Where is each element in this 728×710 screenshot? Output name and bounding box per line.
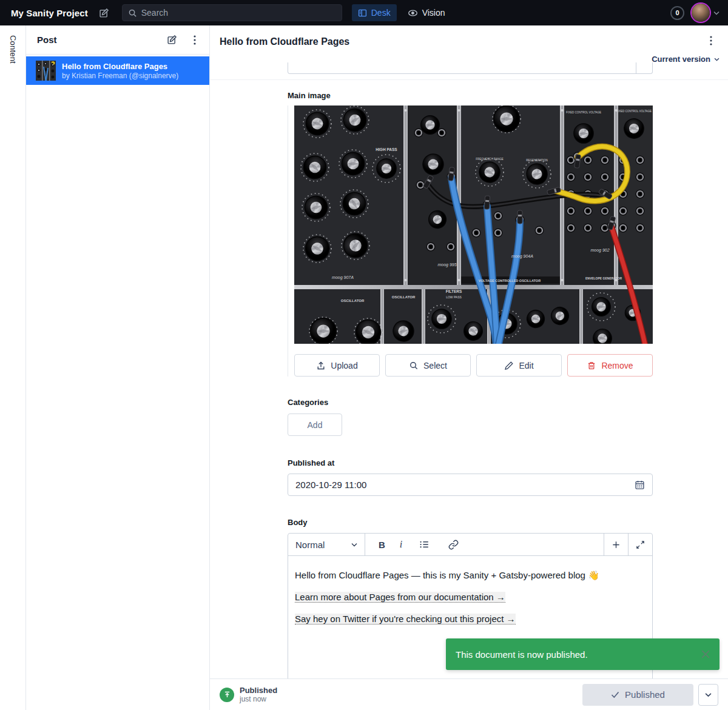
avatar-chevron-down-icon[interactable] xyxy=(713,11,720,15)
compose-icon[interactable] xyxy=(96,5,112,21)
text-style-select[interactable]: Normal xyxy=(288,534,365,555)
toast-close-icon[interactable] xyxy=(701,650,710,658)
categories-label: Categories xyxy=(288,398,653,407)
form-scroll-area[interactable]: Main image xyxy=(210,62,728,678)
photo-label-vco: VOLTAGE CONTROLLED OSCILLATOR xyxy=(479,279,541,283)
add-category-button[interactable]: Add xyxy=(288,414,342,436)
photo-label-fixed-cv-2: FIXED CONTROL VOLTAGE xyxy=(616,110,652,113)
select-search-icon xyxy=(409,361,419,370)
published-at-value[interactable] xyxy=(295,480,635,490)
photo-label-907a: moog 907A xyxy=(332,275,354,280)
chevron-down-icon xyxy=(714,58,720,61)
header-divider xyxy=(210,79,728,80)
body-label: Body xyxy=(288,518,653,527)
edit-pencil-icon xyxy=(504,361,514,370)
tab-desk-label: Desk xyxy=(371,8,391,18)
bold-button[interactable]: B xyxy=(379,540,385,550)
document-header: Hello from Cloudflare Pages xyxy=(210,25,728,62)
italic-button[interactable]: i xyxy=(400,539,402,550)
list-item-subtitle: by Kristian Freeman (@signalnerve) xyxy=(62,72,178,81)
version-label: Current version xyxy=(652,55,710,64)
document-pane: Hello from Cloudflare Pages Current vers… xyxy=(210,25,728,710)
post-list-pane: Post xyxy=(26,25,210,710)
body-link-docs[interactable]: Learn more about Pages from our document… xyxy=(295,592,505,603)
new-document-icon[interactable] xyxy=(164,33,179,47)
photo-label-regeneration: REGENERATION xyxy=(526,159,548,162)
trash-icon xyxy=(587,361,596,370)
document-title: Hello from Cloudflare Pages xyxy=(220,33,349,50)
status-title: Published xyxy=(240,686,277,695)
upload-button[interactable]: Upload xyxy=(294,354,380,377)
document-kebab-menu-icon[interactable] xyxy=(704,33,718,48)
vision-icon xyxy=(408,8,418,18)
search-field[interactable] xyxy=(141,8,336,18)
search-icon xyxy=(128,8,137,18)
main-image-preview[interactable]: HIGH PASS moog 907A moog 995 moog 904A m… xyxy=(294,105,653,344)
post-thumbnail xyxy=(36,61,56,81)
document-footer: Published just now Published xyxy=(210,678,728,710)
publish-status-chip: Published just now xyxy=(220,686,277,703)
toast-published: This document is now published. xyxy=(446,638,720,670)
chevron-down-icon xyxy=(351,543,357,547)
notifications-badge[interactable]: 0 xyxy=(670,6,684,20)
publish-menu-chevron-button[interactable] xyxy=(698,684,718,706)
photo-label-904a: moog 904A xyxy=(511,254,533,259)
fullscreen-expand-icon[interactable] xyxy=(628,534,652,555)
content-rail: Content xyxy=(0,25,26,710)
desk-icon xyxy=(358,8,367,18)
tab-vision[interactable]: Vision xyxy=(402,4,451,22)
version-selector[interactable]: Current version xyxy=(652,55,720,64)
photo-label-filters: FILTERS xyxy=(446,289,462,293)
list-item-post[interactable]: Hello from Cloudflare Pages by Kristian … xyxy=(26,56,209,85)
rail-content-label[interactable]: Content xyxy=(8,35,18,710)
photo-label-envelope: ENVELOPE GENERATOR xyxy=(585,276,622,280)
top-bar: My Sanity Project Desk Vision 0 xyxy=(0,0,728,25)
published-at-input[interactable] xyxy=(288,474,653,496)
select-button[interactable]: Select xyxy=(385,354,471,377)
pane-kebab-menu-icon[interactable] xyxy=(187,33,202,47)
photo-label-freq-range: FREQUENCY RANGE xyxy=(476,158,503,161)
main-image-label: Main image xyxy=(288,91,653,100)
insert-plus-button[interactable] xyxy=(604,534,628,555)
photo-label-995: moog 995 xyxy=(437,263,456,267)
body-link-twitter[interactable]: Say hey on Twitter if you're checking ou… xyxy=(295,614,516,625)
publish-button[interactable]: Published xyxy=(582,684,693,706)
slug-input-partial[interactable] xyxy=(288,62,653,74)
photo-label-902: moog 902 xyxy=(590,248,609,253)
list-item-title: Hello from Cloudflare Pages xyxy=(62,61,178,72)
bullet-list-icon[interactable] xyxy=(417,537,431,552)
photo-label-low-pass: LOW PASS xyxy=(446,295,462,299)
link-icon[interactable] xyxy=(446,537,460,552)
search-input[interactable] xyxy=(122,4,342,21)
body-paragraph[interactable]: Hello from Cloudflare Pages — this is my… xyxy=(295,569,644,581)
tab-desk[interactable]: Desk xyxy=(352,4,397,21)
photo-label-fixed-cv-1: FIXED CONTROL VOLTAGE xyxy=(566,111,601,114)
calendar-icon[interactable] xyxy=(635,480,645,490)
edit-button[interactable]: Edit xyxy=(476,354,562,377)
remove-button[interactable]: Remove xyxy=(567,354,653,377)
photo-label-oscillator-2: OSCILLATOR xyxy=(392,295,416,299)
main-image-fieldset: HIGH PASS moog 907A moog 995 moog 904A m… xyxy=(288,105,653,377)
body-editor-content[interactable]: Hello from Cloudflare Pages — this is my… xyxy=(288,556,652,625)
published-at-label: Published at xyxy=(288,458,653,467)
avatar[interactable] xyxy=(692,4,710,22)
published-status-icon xyxy=(220,688,234,702)
upload-icon xyxy=(316,361,326,370)
toast-message: This document is now published. xyxy=(456,649,588,660)
post-list-header: Post xyxy=(26,25,209,55)
status-time: just now xyxy=(240,695,277,703)
slug-generate-button[interactable] xyxy=(636,62,652,73)
check-icon xyxy=(611,691,619,698)
pane-title: Post xyxy=(37,35,57,45)
editor-toolbar: Normal B i xyxy=(288,534,652,556)
tab-vision-label: Vision xyxy=(422,8,445,18)
project-title: My Sanity Project xyxy=(11,8,88,18)
photo-label-oscillator: OSCILLATOR xyxy=(341,299,365,303)
photo-label-high-pass: HIGH PASS xyxy=(376,147,397,152)
